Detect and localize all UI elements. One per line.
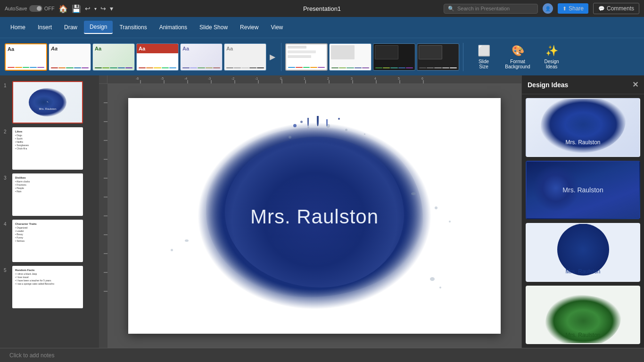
theme-3[interactable]: Aa (92, 43, 135, 71)
main-area: 1 Mrs. Raulston ↖ 2 Likes • Dogs • Sushi… (0, 75, 644, 348)
design-idea-3[interactable]: Mrs. Raulston (526, 223, 640, 282)
slide-3-thumbnail[interactable]: Dislikes • Alarm clocks • Fractions • Pe… (12, 173, 83, 216)
search-bar[interactable]: 🔍 Search in Presentation (444, 4, 538, 14)
design-ideas-list: Mrs. Raulston Mrs. Raulston Mrs. Raulsto… (522, 94, 644, 348)
svg-text:-5: -5 (161, 77, 164, 80)
slide-1-thumbnail[interactable]: Mrs. Raulston ↖ (12, 81, 83, 123)
save-icon[interactable]: 💾 (72, 4, 81, 13)
variant-2[interactable] (329, 43, 372, 71)
splatter-2 (307, 126, 309, 128)
design-idea-1[interactable]: Mrs. Raulston (526, 98, 640, 157)
design-toolbar: Aa Aa Aa (0, 38, 644, 75)
variant-1[interactable] (285, 43, 328, 71)
design-ideas-icon: ✨ (545, 45, 558, 57)
toolbar-actions: ⬜ SlideSize 🎨 FormatBackground ✨ DesignI… (467, 41, 568, 74)
slide-editor: -6 -5 -4 -3 -2 -1 0 1 (99, 75, 521, 348)
slide-1-number: 1 (4, 83, 9, 88)
slide-2-container[interactable]: 2 Likes • Dogs • Sushi • Netflix • Sungl… (0, 125, 99, 172)
autosave-switch[interactable] (29, 5, 42, 12)
design-ideas-panel: Design Ideas ✕ Mrs. Raulston Mrs. Raulst… (521, 75, 644, 348)
tab-review[interactable]: Review (234, 21, 264, 33)
tab-draw[interactable]: Draw (58, 21, 83, 33)
comments-button[interactable]: 💬 Comments (593, 3, 639, 14)
ink-dot-2 (300, 121, 303, 123)
slide-3-title: Dislikes (15, 176, 80, 179)
ruler-row: -6 -5 -4 -3 -2 -1 0 1 (99, 75, 521, 84)
di3-circle (557, 224, 609, 276)
design-ideas-header: Design Ideas ✕ (522, 75, 644, 94)
slide-4-thumbnail[interactable]: Character Traits • Organized • Leader • … (12, 220, 83, 262)
theme-5[interactable]: Aa (180, 43, 223, 71)
splatter-11 (430, 277, 435, 281)
slide-size-button[interactable]: ⬜ SlideSize (467, 41, 500, 74)
slide-canvas-area: Mrs. Raulston (99, 84, 521, 348)
design-idea-2[interactable]: Mrs. Raulston (526, 161, 640, 220)
tab-animations[interactable]: Animations (154, 21, 193, 33)
slide-3-number: 3 (4, 175, 9, 181)
variant-gallery (285, 43, 459, 71)
undo-dropdown-icon[interactable]: ▾ (94, 6, 97, 11)
titlebar-left: AutoSave OFF 🏠 💾 ↩ ▾ ↪ ▾ (5, 4, 113, 13)
theme-gallery: Aa Aa Aa (5, 43, 277, 71)
user-avatar[interactable]: 👤 (543, 3, 553, 14)
theme-gallery-arrow[interactable]: ▶ (268, 50, 277, 63)
design-ideas-button[interactable]: ✨ DesignIdeas (535, 41, 568, 74)
variant-4[interactable] (417, 43, 459, 71)
slide-4-container[interactable]: 4 Character Traits • Organized • Leader … (0, 218, 99, 264)
design-ideas-panel-title: Design Ideas (528, 81, 568, 89)
theme-5-label: Aa (182, 46, 220, 51)
more-commands-icon[interactable]: ▾ (110, 5, 113, 12)
splatter-6 (411, 192, 416, 195)
slide-main-text[interactable]: Mrs. Raulston (250, 206, 379, 228)
tab-slideshow[interactable]: Slide Show (194, 21, 233, 33)
variant-3[interactable] (373, 43, 415, 71)
svg-text:-4: -4 (184, 77, 187, 80)
splatter-8 (449, 221, 451, 222)
tab-insert[interactable]: Insert (32, 21, 58, 33)
svg-text:-2: -2 (231, 77, 234, 80)
share-button[interactable]: ⬆ Share (558, 3, 588, 14)
ink-dot-1 (293, 124, 297, 127)
theme-3-label: Aa (95, 46, 132, 51)
slide-3-container[interactable]: 3 Dislikes • Alarm clocks • Fractions • … (0, 172, 99, 218)
tab-design[interactable]: Design (84, 21, 113, 34)
svg-text:6: 6 (421, 77, 423, 80)
theme-2[interactable]: Aa (49, 43, 91, 71)
theme-4[interactable]: Aa (136, 43, 179, 71)
tab-view[interactable]: View (265, 21, 289, 33)
share-icon: ⬆ (562, 6, 567, 12)
slide-canvas[interactable]: Mrs. Raulston (128, 98, 501, 334)
ink-dot-3 (338, 118, 340, 120)
theme-6[interactable]: Aa (224, 43, 266, 71)
theme-default[interactable]: Aa (5, 43, 47, 71)
slide-2-thumbnail[interactable]: Likes • Dogs • Sushi • Netflix • Sunglas… (12, 127, 83, 170)
share-label: Share (569, 5, 584, 12)
slide-1-thumb-text: Mrs. Raulston (39, 107, 56, 110)
slide-5-container[interactable]: 5 Random Facts • I drive a black Jeep • … (0, 264, 99, 310)
format-bg-icon: 🎨 (512, 45, 524, 57)
format-background-button[interactable]: 🎨 FormatBackground (501, 41, 534, 74)
design-ideas-label: DesignIdeas (544, 59, 559, 69)
svg-text:1: 1 (304, 77, 305, 80)
undo-icon[interactable]: ↩ (85, 5, 91, 12)
cursor-indicator: ↖ (47, 100, 49, 103)
slide-size-icon: ⬜ (478, 45, 490, 57)
tab-transitions[interactable]: Transitions (114, 21, 152, 33)
design-ideas-close-button[interactable]: ✕ (632, 80, 638, 89)
splatter-4 (345, 129, 347, 131)
notes-bar[interactable]: Click to add notes (0, 348, 644, 362)
design-idea-4[interactable]: Mrs. Raulston (526, 286, 640, 345)
slide-1-container[interactable]: 1 Mrs. Raulston ↖ (0, 79, 99, 125)
slide-5-thumbnail[interactable]: Random Facts • I drive a black Jeep • I … (12, 266, 83, 308)
tab-home[interactable]: Home (5, 21, 31, 33)
slide-3-content: Dislikes • Alarm clocks • Fractions • Pe… (13, 174, 82, 195)
redo-icon[interactable]: ↪ (100, 5, 106, 12)
svg-text:2: 2 (327, 77, 329, 80)
toolbar-separator-1 (281, 43, 281, 71)
autosave-toggle[interactable]: AutoSave OFF (5, 5, 55, 12)
toolbar-separator-2 (463, 43, 463, 71)
slide-4-content: Character Traits • Organized • Leader • … (13, 221, 82, 245)
theme-6-label: Aa (226, 46, 264, 51)
autosave-off-label: OFF (44, 6, 55, 11)
home-icon[interactable]: 🏠 (58, 4, 68, 13)
